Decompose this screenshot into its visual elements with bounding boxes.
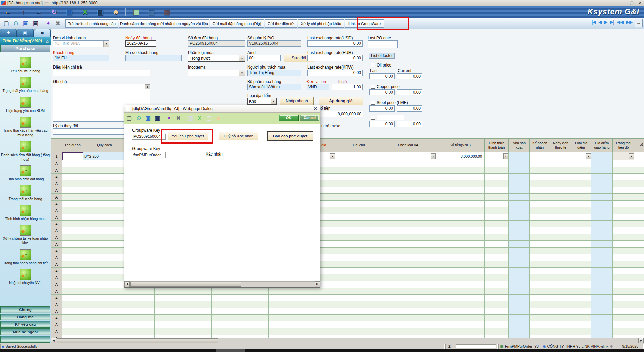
customer-code-field[interactable] (125, 55, 182, 61)
grid-cell-quy_cach[interactable] (83, 234, 126, 241)
grid-cell-so_tien[interactable] (436, 274, 485, 281)
grid-cell-rownum[interactable]: A (51, 274, 62, 281)
grid-cell-loai_dia_diem[interactable] (571, 167, 591, 174)
grid-cell-dia_diem_giao_hang[interactable] (591, 214, 613, 221)
grid-cell-dia_diem_giao_hang[interactable] (591, 180, 613, 187)
grid-cell-trang_thai_tien_do[interactable] (613, 207, 634, 214)
grid-cell-ngay_den_thuc_te[interactable] (550, 281, 571, 288)
minimize-icon[interactable]: — (621, 0, 625, 5)
last-eur-field[interactable]: 0.00 (307, 55, 363, 61)
grid-cell-loai_dia_diem[interactable] (571, 248, 591, 254)
business-unit-select[interactable]: YJ LINK VINA▼ (53, 40, 109, 47)
toolbar-button-1[interactable]: Trả trước cho nhà cung cấp (65, 19, 118, 28)
grid-cell-loai_dia_diem[interactable] (571, 160, 591, 167)
grid-cell-loai_dia_diem[interactable] (571, 308, 591, 315)
grid-cell-ngay_den_thuc_te[interactable] (550, 174, 571, 180)
grid-cell-phan_loai_gia[interactable] (297, 308, 335, 315)
grid-cell-ten_du_an[interactable] (62, 281, 83, 288)
grid-cell-hinh_thuc_tt[interactable] (485, 227, 509, 234)
grid-cell-loai_dia_diem[interactable] (571, 261, 591, 268)
grid-cell-ten_du_an[interactable] (62, 328, 83, 335)
up-icon[interactable]: ↑ (15, 8, 31, 16)
nav-next-icon[interactable]: ▶ (604, 19, 607, 25)
grid-cell-trang_thai_tien_do[interactable] (613, 167, 634, 174)
grid-cell-ten_du_an[interactable] (62, 234, 83, 241)
grid-cell-ghi_chu[interactable] (335, 201, 382, 207)
doc-arrow-icon[interactable]: ▥ (128, 8, 144, 16)
grid-cell-loai_dia_diem[interactable] (571, 301, 591, 308)
grid-cell-phan_loai_vat[interactable]: ▼ (382, 152, 436, 160)
toolbar-button-4[interactable]: Gửi thư điện tử (265, 19, 297, 28)
excel-icon[interactable]: X (195, 115, 204, 122)
grid-cell-phan_loai_vat[interactable] (382, 160, 436, 167)
user-help-icon[interactable]: ☻ (214, 115, 223, 122)
grid-cell-so_tien[interactable] (436, 281, 485, 288)
grid-cell-nha_san_xuat[interactable] (509, 288, 530, 295)
grid-cell-phan_loai_vat[interactable] (382, 261, 436, 268)
grid-cell-ghi_chu[interactable] (335, 160, 382, 167)
grid-cell-ten_du_an[interactable] (62, 174, 83, 180)
grid-cell-nha_san_xuat[interactable] (509, 180, 530, 187)
grid-cell-loai_dia_diem[interactable] (571, 221, 591, 227)
grid-cell-rownum[interactable]: A (51, 241, 62, 248)
grid-cell-quy_cach[interactable] (83, 254, 126, 261)
grid-cell-hinh_thuc_tt[interactable] (485, 281, 509, 288)
grid-cell-hinh_thuc_tt[interactable] (485, 288, 509, 295)
grid-cell-rownum[interactable]: A (51, 268, 62, 274)
grid-cell-ke_hoach_nhan[interactable] (530, 201, 550, 207)
grid-cell-ghi_chu[interactable] (335, 221, 382, 227)
grid-cell-loai_dia_diem[interactable] (571, 321, 591, 328)
grid-cell-ke_hoach_nhan[interactable] (530, 152, 550, 160)
grid-cell-rownum[interactable]: A (51, 167, 62, 174)
toolbar-button-3[interactable]: Gửi mail đặt hàng mua (Dlg) (210, 19, 264, 28)
grid-cell-so_k[interactable] (634, 160, 644, 167)
grid-cell-ten_du_an[interactable] (62, 227, 83, 234)
grid-cell-hinh_thuc_tt[interactable] (485, 187, 509, 194)
grid-cell-so_k[interactable] (634, 234, 644, 241)
grid-cell-ke_hoach_nhan[interactable] (530, 160, 550, 167)
grid-cell-so_tien[interactable] (436, 174, 485, 180)
grid-cell-ten_du_an[interactable] (62, 201, 83, 207)
grid-cell-quy_cach[interactable] (83, 167, 126, 174)
grid-cell-ghi_chu[interactable] (335, 254, 382, 261)
last-usd-field[interactable]: 0.00 (307, 40, 363, 47)
grid-cell-ke_hoach_nhan[interactable] (530, 335, 550, 338)
refresh-icon[interactable]: ↻ (46, 8, 62, 16)
grid-cell-ten_du_an[interactable] (62, 254, 83, 261)
grid-cell-ghi_chu[interactable] (335, 308, 382, 315)
sidebar-item-6[interactable]: ◆↓Tình hình đơn đặt hàng (0, 165, 51, 181)
sidebar-item-11[interactable]: ◆↓Nhập di chuyển NVL (0, 269, 51, 285)
grid-cell-hinh_thuc_tt[interactable] (485, 295, 509, 301)
amd-field[interactable]: 00 (247, 55, 281, 61)
grid-cell-ke_hoach_nhan[interactable] (530, 301, 550, 308)
grid-cell-ghi_chu[interactable] (335, 207, 382, 214)
grid-cell-so_k[interactable] (634, 227, 644, 234)
grid-cell-so_k[interactable] (634, 328, 644, 335)
grid-cell-trang_thai_tien_do[interactable] (613, 194, 634, 201)
grid-cell-so_tien[interactable] (436, 328, 485, 335)
sidebar-item-7[interactable]: ◆↓Trạng thái nhận hàng (0, 185, 51, 201)
status-input[interactable] (456, 344, 496, 348)
excel-icon[interactable]: X (77, 8, 93, 16)
grid-cell-ten_du_an[interactable] (62, 160, 83, 167)
grid-cell-ten_du_an[interactable] (62, 321, 83, 328)
grid-cell-rownum[interactable]: A (51, 187, 62, 194)
new-doc-icon[interactable]: ▢ (124, 115, 134, 122)
grid-cell-rownum[interactable]: A (51, 160, 62, 167)
grid-cell-hidden[interactable] (126, 335, 297, 338)
grid-cell-dia_diem_giao_hang[interactable] (591, 281, 613, 288)
grid-cell-dia_diem_giao_hang[interactable] (591, 308, 613, 315)
grid-cell-nha_san_xuat[interactable] (509, 167, 530, 174)
grid-cell-ngay_den_thuc_te[interactable] (550, 207, 571, 214)
grid-cell-trang_thai_tien_do[interactable] (613, 160, 634, 167)
grid-cell-hinh_thuc_tt[interactable] (485, 274, 509, 281)
back-icon[interactable]: ← (0, 8, 15, 16)
grid-cell-dia_diem_giao_hang[interactable] (591, 274, 613, 281)
grid-cell-ghi_chu[interactable] (335, 214, 382, 221)
chevron-down-icon[interactable]: ▼ (431, 153, 436, 159)
dialog-scrollbar-thumb[interactable] (130, 282, 241, 287)
grid-cell-so_k[interactable] (634, 288, 644, 295)
scroll-up-icon[interactable]: ▲ (145, 84, 150, 89)
quick-entry-button[interactable]: Nhập nhanh (280, 97, 314, 105)
grid-cell-ghi_chu[interactable] (335, 295, 382, 301)
